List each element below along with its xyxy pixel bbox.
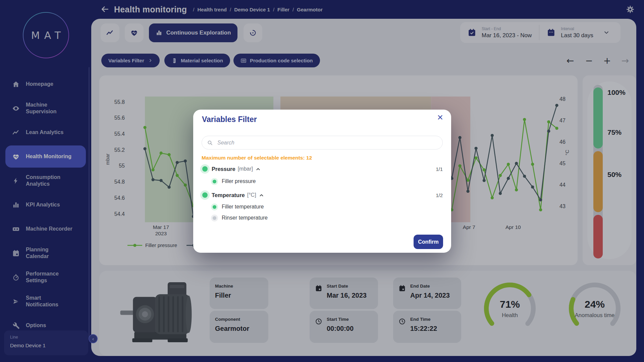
- search-icon: [207, 140, 213, 146]
- group-count: 1/2: [436, 192, 443, 198]
- group-unit: [°C]: [247, 192, 256, 198]
- variable-name: Rinser temperature: [222, 215, 268, 221]
- confirm-button[interactable]: Confirm: [414, 235, 443, 249]
- variable-item-rinser-temperature[interactable]: Rinser temperature: [193, 212, 451, 224]
- modal-title: Variables Filter: [202, 115, 257, 124]
- variable-selected-dot[interactable]: [213, 216, 216, 220]
- search-input[interactable]: [217, 139, 437, 146]
- variable-item-filler-temperature[interactable]: Filler temperature: [193, 201, 451, 213]
- variable-selected-dot[interactable]: [213, 205, 216, 209]
- search-box: [202, 136, 443, 149]
- group-selected-dot[interactable]: [202, 166, 208, 172]
- app-window: Health monitoring /Health trend/Demo Dev…: [0, 0, 644, 362]
- max-selectable-warning: Maximum number of selectable elements: 1…: [202, 155, 312, 161]
- variable-group-temperature[interactable]: Temperature[°C]1/2: [193, 189, 451, 201]
- group-count: 1/1: [436, 166, 443, 172]
- group-name: Pressure: [212, 166, 235, 172]
- variable-group-pressure[interactable]: Pressure[mbar]1/1: [193, 163, 451, 175]
- variable-name: Filler temperature: [222, 204, 264, 210]
- group-name: Temperature: [212, 192, 245, 198]
- variable-item-filler-pressure[interactable]: Filler pressure: [193, 176, 451, 187]
- chevron-up-icon[interactable]: [256, 167, 261, 172]
- chevron-up-icon[interactable]: [259, 193, 264, 198]
- variable-name: Filler pressure: [222, 178, 256, 184]
- group-unit: [mbar]: [238, 166, 253, 172]
- group-selected-dot[interactable]: [202, 192, 208, 198]
- variable-selected-dot[interactable]: [213, 180, 216, 183]
- close-icon[interactable]: ×: [437, 112, 443, 122]
- variables-filter-modal: Variables Filter × Maximum number of sel…: [193, 110, 451, 253]
